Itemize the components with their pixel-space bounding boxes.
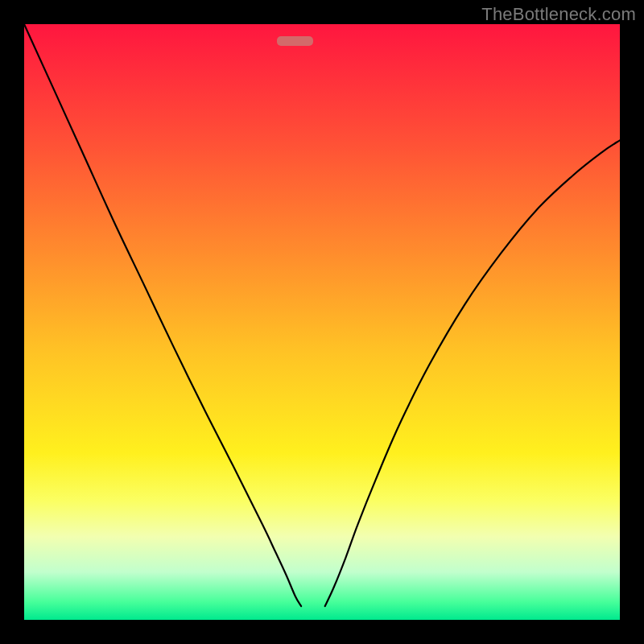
plot-area bbox=[24, 24, 620, 620]
curve-left bbox=[24, 24, 301, 606]
chart-frame: TheBottleneck.com bbox=[0, 0, 644, 644]
optimal-marker bbox=[277, 36, 313, 46]
curves-svg bbox=[24, 24, 620, 620]
curve-right bbox=[325, 140, 620, 606]
attribution-label: TheBottleneck.com bbox=[481, 4, 636, 25]
